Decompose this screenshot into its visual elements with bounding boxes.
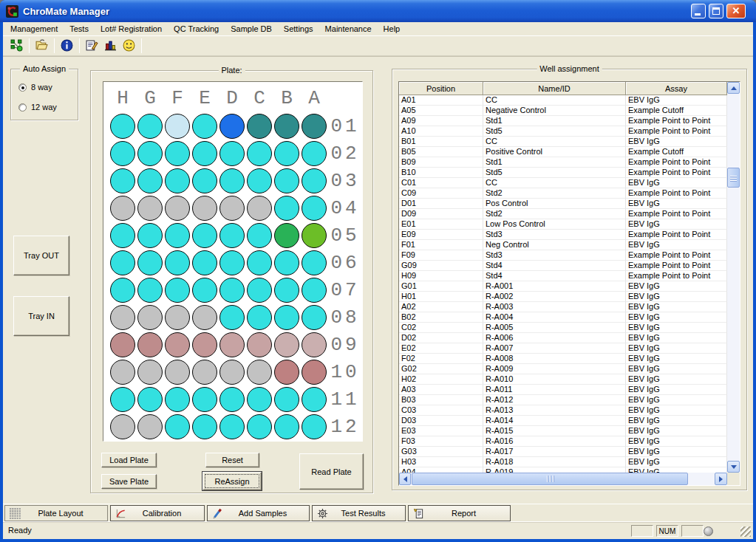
- well-A02[interactable]: [302, 141, 327, 166]
- well-A12[interactable]: [302, 414, 327, 439]
- table-row-H01[interactable]: H01R-A002EBV IgG: [399, 292, 727, 302]
- well-D10[interactable]: [219, 360, 245, 385]
- table-row-B05[interactable]: B05Positive ControlExample Cutoff: [399, 147, 727, 157]
- well-G08[interactable]: [137, 305, 163, 330]
- radio-12-way[interactable]: 12 way: [18, 103, 57, 112]
- well-D02[interactable]: [219, 141, 245, 166]
- well-H12[interactable]: [110, 414, 135, 439]
- well-F05[interactable]: [165, 223, 190, 248]
- well-C08[interactable]: [247, 305, 272, 330]
- read-plate-button[interactable]: Read Plate: [299, 453, 364, 490]
- well-C02[interactable]: [247, 141, 272, 166]
- menu-item-tests[interactable]: Tests: [64, 23, 95, 35]
- table-row-C03[interactable]: C03R-A013EBV IgG: [399, 405, 727, 416]
- table-row-B03[interactable]: B03R-A012EBV IgG: [399, 395, 727, 405]
- well-E06[interactable]: [192, 250, 217, 275]
- table-row-D01[interactable]: D01Pos ControlEBV IgG: [399, 199, 727, 209]
- well-F03[interactable]: [165, 168, 190, 193]
- well-G11[interactable]: [137, 387, 163, 412]
- column-header-name-id[interactable]: Name/ID: [483, 82, 626, 95]
- well-B03[interactable]: [274, 168, 299, 193]
- table-row-B02[interactable]: B02R-A004EBV IgG: [399, 312, 727, 323]
- table-row-G02[interactable]: G02R-A009EBV IgG: [399, 364, 727, 374]
- well-E08[interactable]: [192, 305, 217, 330]
- well-G12[interactable]: [137, 414, 163, 439]
- well-B06[interactable]: [274, 250, 299, 275]
- well-H09[interactable]: [110, 332, 135, 357]
- well-G05[interactable]: [137, 223, 163, 248]
- table-row-A05[interactable]: A05Negative ControlExample Cutoff: [399, 106, 727, 116]
- well-C07[interactable]: [247, 278, 272, 303]
- well-G03[interactable]: [137, 168, 163, 193]
- well-F02[interactable]: [165, 141, 190, 166]
- well-H03[interactable]: [110, 168, 135, 193]
- well-B11[interactable]: [274, 387, 299, 412]
- well-H11[interactable]: [110, 387, 135, 412]
- well-E04[interactable]: [192, 196, 217, 221]
- maximize-button[interactable]: [709, 4, 723, 18]
- tab-calibration[interactable]: Calibration: [110, 505, 205, 521]
- well-H02[interactable]: [110, 141, 135, 166]
- well-G04[interactable]: [137, 196, 163, 221]
- well-D09[interactable]: [219, 332, 245, 357]
- table-row-A04[interactable]: A04R-A019EBV IgG: [399, 467, 727, 473]
- table-row-E02[interactable]: E02R-A007EBV IgG: [399, 343, 727, 354]
- table-row-B01[interactable]: B01CCEBV IgG: [399, 137, 727, 147]
- table-row-B09[interactable]: B09Std1Example Point to Point: [399, 157, 727, 168]
- well-G02[interactable]: [137, 141, 163, 166]
- well-D12[interactable]: [219, 414, 245, 439]
- table-row-E01[interactable]: E01Low Pos ControlEBV IgG: [399, 219, 727, 230]
- well-G07[interactable]: [137, 278, 163, 303]
- well-F12[interactable]: [165, 414, 190, 439]
- horizontal-scroll-thumb[interactable]: [412, 473, 688, 485]
- well-B08[interactable]: [274, 305, 299, 330]
- tab-plate-layout[interactable]: Plate Layout: [4, 505, 108, 521]
- well-C03[interactable]: [247, 168, 272, 193]
- load-plate-button[interactable]: Load Plate: [101, 453, 157, 467]
- well-A10[interactable]: [302, 360, 327, 385]
- well-B05[interactable]: [274, 223, 299, 248]
- well-A03[interactable]: [302, 168, 327, 193]
- column-header-position[interactable]: Position: [399, 82, 483, 95]
- well-G06[interactable]: [137, 250, 163, 275]
- menu-item-help[interactable]: Help: [378, 23, 406, 35]
- well-D11[interactable]: [219, 387, 245, 412]
- bar-chart-toolbar-button[interactable]: [102, 38, 119, 55]
- table-row-A09[interactable]: A09Std1Example Point to Point: [399, 116, 727, 126]
- well-C01[interactable]: [247, 114, 272, 139]
- well-D07[interactable]: [219, 278, 245, 303]
- table-row-G09[interactable]: G09Std4Example Point to Point: [399, 261, 727, 271]
- well-E02[interactable]: [192, 141, 217, 166]
- smiley-toolbar-button[interactable]: [120, 38, 137, 55]
- well-H10[interactable]: [110, 360, 135, 385]
- radio-8-way[interactable]: 8 way: [18, 83, 52, 92]
- table-row-F01[interactable]: F01Neg ControlEBV IgG: [399, 240, 727, 250]
- scroll-up-button[interactable]: [727, 82, 740, 94]
- well-F04[interactable]: [165, 196, 190, 221]
- table-row-B10[interactable]: B10Std5Example Point to Point: [399, 168, 727, 178]
- menu-item-lot-registration[interactable]: Lot# Registration: [95, 23, 168, 35]
- well-B01[interactable]: [274, 114, 299, 139]
- table-row-G03[interactable]: G03R-A017EBV IgG: [399, 447, 727, 457]
- well-B09[interactable]: [274, 332, 299, 357]
- well-A06[interactable]: [302, 250, 327, 275]
- minimize-button[interactable]: [691, 4, 706, 18]
- well-A07[interactable]: [302, 278, 327, 303]
- well-C05[interactable]: [247, 223, 272, 248]
- node-map-toolbar-button[interactable]: [8, 38, 25, 55]
- well-D06[interactable]: [219, 250, 245, 275]
- well-H08[interactable]: [110, 305, 135, 330]
- table-row-C09[interactable]: C09Std2Example Point to Point: [399, 188, 727, 199]
- menu-item-sample-db[interactable]: Sample DB: [225, 23, 278, 35]
- well-H06[interactable]: [110, 250, 135, 275]
- well-A04[interactable]: [302, 196, 327, 221]
- scroll-right-button[interactable]: [715, 473, 727, 485]
- radio-button-icon[interactable]: [18, 103, 27, 112]
- well-F08[interactable]: [165, 305, 190, 330]
- well-D03[interactable]: [219, 168, 245, 193]
- well-C04[interactable]: [247, 196, 272, 221]
- table-row-F09[interactable]: F09Std3Example Point to Point: [399, 250, 727, 261]
- table-row-A10[interactable]: A10Std5Example Point to Point: [399, 126, 727, 137]
- table-row-C01[interactable]: C01CCEBV IgG: [399, 178, 727, 188]
- well-B04[interactable]: [274, 196, 299, 221]
